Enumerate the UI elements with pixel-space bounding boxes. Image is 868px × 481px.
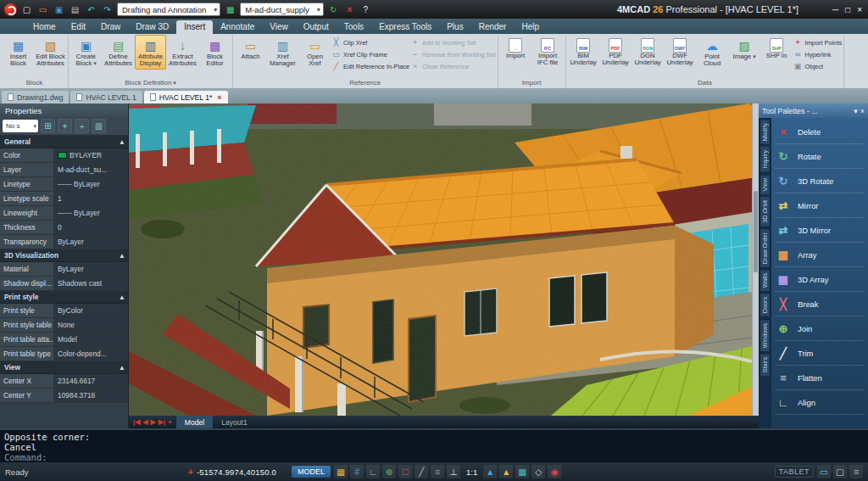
palette-item-mirror[interactable]: ⇄Mirror [775,193,865,218]
layout-nav-icon-1[interactable]: ◀ [142,418,147,426]
menu-tab-plus[interactable]: Plus [439,20,470,34]
point-cloud-underlay-button[interactable]: Point Cloud Underlay [697,35,728,70]
palette-item-align[interactable]: ∟Align [775,390,865,415]
model-space-button[interactable]: MODEL [292,466,331,478]
menu-tab-insert[interactable]: Insert [176,20,213,34]
close-tab-icon[interactable]: × [217,93,221,102]
bim-underlay-button[interactable]: BIM BIM Underlay [568,35,599,69]
palette-item-break[interactable]: ╳Break [775,292,865,316]
menu-tab-express-tools[interactable]: Express Tools [371,20,439,34]
palette-tab-draw-order[interactable]: Draw Order [760,228,771,268]
properties-settings-icon[interactable]: ▥ [92,119,106,133]
palette-properties-icon[interactable]: ▾ [854,107,858,115]
palette-tab-stairs[interactable]: Stairs [760,353,771,377]
close-reference-button[interactable]: Close Reference [410,61,496,71]
new-file-icon[interactable] [20,3,33,16]
clip-xref-button[interactable]: Clip Xref [331,37,409,48]
viewport-canvas[interactable] [129,103,752,416]
doc-tab-hvac-level-1[interactable]: HVAC LEVEL 1 [70,91,142,103]
menu-tab-draw[interactable]: Draw [93,20,128,34]
open-file-icon[interactable] [36,3,49,16]
delete-block-icon[interactable] [343,3,356,16]
layout-nav-icon-2[interactable]: ▶ [151,418,156,426]
etrack-icon[interactable]: ╱ [415,465,428,478]
layout-nav-icon-0[interactable]: |◀ [133,418,140,426]
layout-nav-icon-4[interactable]: + [168,418,172,426]
xref-manager-button[interactable]: Xref Manager [267,35,298,70]
import-points-button[interactable]: Import Points [793,37,843,48]
menu-icon[interactable]: ≡ [849,465,863,478]
properties-title[interactable]: Properties [0,103,128,117]
block-editor-button[interactable]: Block Editor [199,35,231,70]
section-header-view[interactable]: View▴ [0,361,128,374]
esnap-icon[interactable]: □ [398,465,412,478]
app-logo-icon[interactable] [4,3,17,16]
layout-nav-icon-3[interactable]: ▶| [159,418,165,426]
workspace-combo[interactable]: Drafting and Annotation [117,3,220,16]
group-label-block-definition[interactable]: Block Definition [70,78,231,88]
quick-select-filter-icon[interactable]: ⊞ [41,119,55,133]
palette-item-3d-rotate[interactable]: ↻3D Rotate [775,169,865,193]
insert-block-button[interactable]: Insert Block [3,35,34,70]
selection-combo[interactable]: No s [3,120,38,132]
toggle-pickadd-icon[interactable]: ＋ [75,119,89,133]
palette-item-delete[interactable]: ×Delete [775,120,865,144]
menu-tab-tools[interactable]: Tools [337,20,371,34]
section-header-print-style[interactable]: Print style▴ [0,291,128,304]
grid-icon[interactable]: # [350,465,364,478]
close-button[interactable]: × [857,5,862,14]
tablet-toggle[interactable]: TABLET [775,466,814,478]
attribute-display-button[interactable]: Attribute Display [135,35,166,70]
minimize-button[interactable]: ─ [832,5,838,14]
ucs-icon[interactable]: ⊥ [447,465,460,478]
dwf-underlay-button[interactable]: DWF DWF Underlay [665,35,696,69]
plot-icon[interactable] [69,3,81,16]
section-header-general[interactable]: General▴ [0,136,128,148]
palette-item-trim[interactable]: ╱Trim [775,341,865,366]
hatch-icon[interactable]: ▦ [515,465,529,478]
open-xref-button[interactable]: Open Xref [299,35,331,70]
maximize-button[interactable]: □ [845,5,850,14]
menu-tab-view[interactable]: View [262,20,296,34]
import-button[interactable]: Import [500,35,531,69]
attach-button[interactable]: Attach [235,35,266,70]
lock-icon[interactable]: ◉ [548,465,561,478]
model-tab[interactable]: Model [176,416,213,428]
select-objects-icon[interactable]: ⌖ [58,119,72,133]
palette-item-flatten[interactable]: ≡Flatten [775,366,865,390]
snap-icon[interactable]: ▦ [334,465,348,478]
palette-tab-inquiry[interactable]: Inquiry [760,146,771,173]
image-button[interactable]: Image [729,35,760,70]
ortho-icon[interactable]: ∟ [366,465,380,478]
viewport[interactable]: |◀◀▶▶|+ Model Layout1 [129,103,759,428]
xref-clip-frame-button[interactable]: Xref Clip Frame [331,49,409,59]
palette-tab-view[interactable]: View [760,174,771,195]
menu-tab-output[interactable]: Output [296,20,337,34]
palette-item-array[interactable]: ▦Array [775,243,865,267]
edit-block-attributes-button[interactable]: Edit Block Attributes [35,35,66,70]
palette-tab-modify[interactable]: Modify [760,119,771,145]
annotation-icon[interactable]: ▲ [483,465,497,478]
extract-attributes-button[interactable]: Extract Attributes [167,35,198,70]
pdf-underlay-button[interactable]: PDF PDF Underlay [600,35,632,69]
remove-from-working-set-button[interactable]: Remove from Working Set [410,49,496,59]
menu-tab-draw-3d[interactable]: Draw 3D [128,20,176,34]
menu-tab-annotate[interactable]: Annotate [213,20,262,34]
viewport-scrollbar[interactable] [752,103,759,416]
undo-icon[interactable] [85,3,97,16]
palette-item-rotate[interactable]: ↻Rotate [775,144,865,169]
dgn-underlay-button[interactable]: DGN DGN Underlay [632,35,664,69]
menu-tab-edit[interactable]: Edit [64,20,93,34]
hyperlink-button[interactable]: Hyperlink [793,49,843,59]
define-attributes-button[interactable]: Define Attributes [103,35,134,70]
help-icon[interactable] [359,3,372,16]
menu-tab-home[interactable]: Home [25,20,64,34]
layout1-tab[interactable]: Layout1 [213,416,256,428]
doc-tab-hvac-level-1[interactable]: HVAC LEVEL 1*× [144,91,228,103]
clean-screen-icon[interactable]: ▢ [833,465,847,478]
create-block-button[interactable]: Create Block [70,35,102,70]
palette-tab-doors[interactable]: Doors [760,293,771,317]
lwt-icon[interactable]: ≡ [431,465,444,478]
polar-icon[interactable]: ⊕ [382,465,396,478]
block-combo[interactable]: M-ad-duct_supply [240,3,324,16]
